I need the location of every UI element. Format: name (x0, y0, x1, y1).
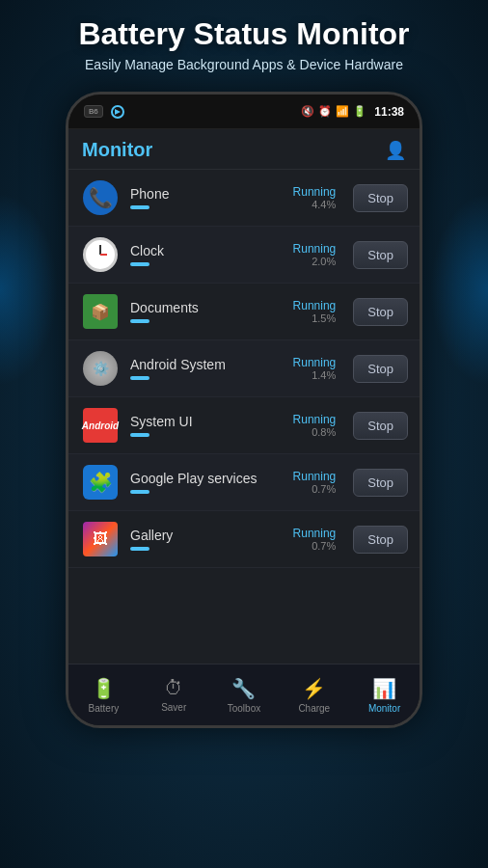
bottom-nav: 🔋 Battery ⏱ Saver 🔧 Toolbox ⚡ Charge 📊 M… (68, 664, 420, 725)
toolbox-nav-icon: 🔧 (231, 677, 256, 700)
clock-icon-wrap (80, 234, 121, 275)
google-play-percent: 0.7% (293, 483, 337, 495)
alarm-icon: ⏰ (318, 105, 332, 118)
monitor-nav-icon: 📊 (372, 677, 396, 700)
system-ui-running-label: Running (293, 413, 337, 426)
phone-frame: B6 🔇 ⏰ 📶 🔋 11:38 Monitor 👤 📞 (66, 92, 422, 728)
battery-nav-icon: 🔋 (92, 677, 116, 700)
status-bar: B6 🔇 ⏰ 📶 🔋 11:38 (68, 95, 420, 129)
system-ui-info: System UI (130, 414, 284, 437)
app-row-documents: 📦 Documents Running 1.5% Stop (68, 284, 420, 340)
user-profile-icon[interactable]: 👤 (385, 140, 406, 161)
phone-info: Phone (130, 186, 284, 209)
gallery-running-label: Running (293, 527, 337, 540)
system-ui-icon-wrap: Android (80, 405, 121, 446)
app-header: Monitor 👤 (68, 129, 420, 170)
system-ui-status: Running 0.8% (293, 413, 337, 438)
documents-icon-wrap: 📦 (80, 291, 121, 332)
nav-saver[interactable]: ⏱ Saver (139, 665, 209, 725)
clock-app-name: Clock (130, 243, 284, 258)
gallery-stop-button[interactable]: Stop (353, 526, 408, 554)
documents-running-label: Running (293, 299, 337, 312)
android-system-stop-button[interactable]: Stop (353, 355, 408, 383)
phone-status: Running 4.4% (293, 185, 337, 210)
system-ui-app-icon: Android (83, 408, 118, 443)
clock-percent: 2.0% (293, 256, 337, 267)
b6-icon: B6 (84, 105, 103, 118)
app-list: 📞 Phone Running 4.4% Stop Clock (68, 170, 420, 664)
google-play-icon-wrap: 🧩 (80, 462, 121, 502)
gallery-percent: 0.7% (293, 540, 337, 552)
glow-left (0, 193, 58, 386)
clock-info: Clock (130, 243, 284, 266)
phone-app-icon: 📞 (83, 180, 118, 215)
app-row-system-ui: Android System UI Running 0.8% Stop (68, 397, 420, 454)
documents-app-icon: 📦 (83, 294, 118, 329)
google-play-running-label: Running (293, 470, 337, 483)
system-ui-percent: 0.8% (293, 426, 337, 438)
system-ui-indicator (130, 433, 149, 437)
nav-charge[interactable]: ⚡ Charge (279, 665, 349, 725)
phone-stop-button[interactable]: Stop (353, 184, 408, 212)
nav-toolbox[interactable]: 🔧 Toolbox (209, 665, 280, 725)
system-ui-app-name: System UI (130, 414, 284, 429)
toolbox-nav-label: Toolbox (228, 703, 260, 714)
charge-nav-icon: ⚡ (302, 677, 326, 700)
app-subtitle: Easily Manage Background Apps & Device H… (78, 57, 409, 72)
phone-percent: 4.4% (293, 199, 337, 210)
status-bar-right: 🔇 ⏰ 📶 🔋 11:38 (301, 105, 404, 119)
app-row-phone: 📞 Phone Running 4.4% Stop (68, 170, 420, 227)
phone-indicator (130, 205, 149, 209)
gallery-app-icon: 🖼 (83, 522, 118, 556)
phone-app-name: Phone (130, 186, 284, 202)
google-play-info: Google Play services (130, 471, 284, 494)
charge-nav-label: Charge (298, 703, 330, 714)
app-row-android-system: ⚙️ Android System Running 1.4% Stop (68, 340, 420, 397)
clock-running-label: Running (293, 242, 337, 256)
gallery-status: Running 0.7% (293, 527, 337, 552)
clock-status: Running 2.0% (293, 242, 337, 267)
monitor-nav-label: Monitor (368, 703, 400, 714)
nav-battery[interactable]: 🔋 Battery (68, 665, 139, 725)
battery-nav-label: Battery (89, 703, 120, 714)
nav-monitor[interactable]: 📊 Monitor (349, 665, 420, 725)
gallery-app-name: Gallery (130, 528, 284, 543)
app-screen: Monitor 👤 📞 Phone Running 4.4% Stop (68, 129, 420, 725)
monitor-title: Monitor (82, 139, 152, 161)
gallery-indicator (130, 547, 149, 551)
clock-app-icon (83, 237, 118, 272)
clock-stop-button[interactable]: Stop (353, 241, 408, 269)
documents-indicator (130, 319, 149, 323)
android-system-running-label: Running (293, 356, 337, 369)
android-system-percent: 1.4% (293, 369, 337, 381)
documents-percent: 1.5% (293, 312, 337, 324)
system-ui-stop-button[interactable]: Stop (353, 412, 408, 440)
battery-icon: 🔋 (353, 105, 366, 118)
gallery-icon-wrap: 🖼 (80, 519, 121, 559)
google-play-app-icon: 🧩 (83, 465, 118, 500)
phone-icon-wrap: 📞 (80, 177, 121, 218)
glow-right (430, 193, 488, 386)
google-play-status: Running 0.7% (293, 470, 337, 495)
status-time: 11:38 (374, 105, 404, 119)
mute-icon: 🔇 (301, 105, 314, 118)
documents-stop-button[interactable]: Stop (353, 298, 408, 326)
wifi-icon: 📶 (336, 105, 349, 118)
phone-running-label: Running (293, 185, 337, 199)
documents-info: Documents (130, 300, 284, 323)
android-system-indicator (130, 376, 149, 380)
status-bar-left: B6 (84, 105, 126, 119)
gallery-info: Gallery (130, 528, 284, 551)
clock-indicator (130, 262, 149, 266)
saver-nav-icon: ⏱ (164, 677, 183, 699)
android-system-app-name: Android System (130, 357, 284, 372)
saver-nav-label: Saver (161, 702, 186, 713)
android-system-status: Running 1.4% (293, 356, 337, 381)
android-system-app-icon: ⚙️ (83, 351, 118, 386)
documents-app-name: Documents (130, 300, 284, 315)
documents-status: Running 1.5% (293, 299, 337, 324)
header-section: Battery Status Monitor Easily Manage Bac… (59, 0, 428, 82)
google-play-stop-button[interactable]: Stop (353, 469, 408, 497)
app-row-google-play: 🧩 Google Play services Running 0.7% Stop (68, 454, 420, 511)
android-system-icon-wrap: ⚙️ (80, 348, 121, 389)
